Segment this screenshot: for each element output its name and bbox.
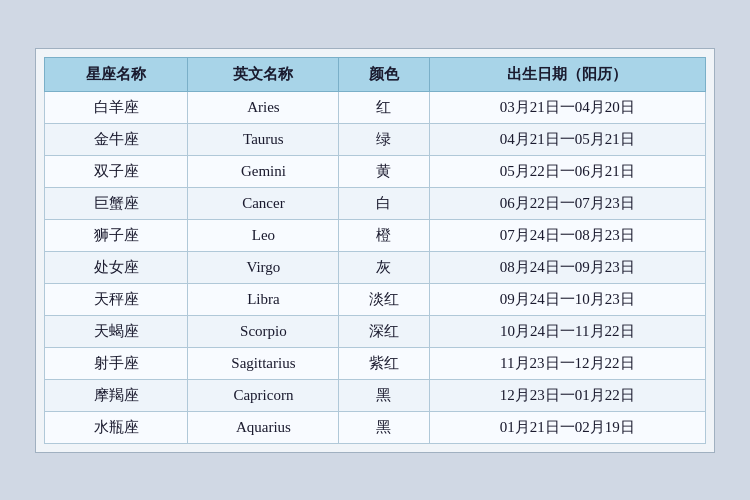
table-cell-9-2: 黑: [339, 379, 429, 411]
table-row: 狮子座Leo橙07月24日一08月23日: [45, 219, 706, 251]
table-row: 射手座Sagittarius紫红11月23日一12月22日: [45, 347, 706, 379]
table-cell-9-1: Capricorn: [188, 379, 339, 411]
table-cell-0-3: 03月21日一04月20日: [429, 91, 705, 123]
table-cell-9-0: 摩羯座: [45, 379, 188, 411]
table-cell-10-0: 水瓶座: [45, 411, 188, 443]
table-cell-8-3: 11月23日一12月22日: [429, 347, 705, 379]
table-cell-2-3: 05月22日一06月21日: [429, 155, 705, 187]
table-cell-6-1: Libra: [188, 283, 339, 315]
table-row: 金牛座Taurus绿04月21日一05月21日: [45, 123, 706, 155]
table-cell-6-2: 淡红: [339, 283, 429, 315]
table-cell-10-1: Aquarius: [188, 411, 339, 443]
table-cell-4-2: 橙: [339, 219, 429, 251]
col-header-birthdate: 出生日期（阳历）: [429, 57, 705, 91]
table-cell-4-0: 狮子座: [45, 219, 188, 251]
table-cell-3-1: Cancer: [188, 187, 339, 219]
table-cell-5-3: 08月24日一09月23日: [429, 251, 705, 283]
table-cell-2-0: 双子座: [45, 155, 188, 187]
table-cell-5-2: 灰: [339, 251, 429, 283]
table-cell-7-0: 天蝎座: [45, 315, 188, 347]
col-header-color: 颜色: [339, 57, 429, 91]
table-cell-0-0: 白羊座: [45, 91, 188, 123]
table-cell-6-3: 09月24日一10月23日: [429, 283, 705, 315]
table-cell-9-3: 12月23日一01月22日: [429, 379, 705, 411]
table-cell-3-2: 白: [339, 187, 429, 219]
table-cell-0-2: 红: [339, 91, 429, 123]
table-cell-3-3: 06月22日一07月23日: [429, 187, 705, 219]
table-row: 水瓶座Aquarius黑01月21日一02月19日: [45, 411, 706, 443]
table-cell-4-3: 07月24日一08月23日: [429, 219, 705, 251]
table-cell-0-1: Aries: [188, 91, 339, 123]
table-cell-8-2: 紫红: [339, 347, 429, 379]
table-cell-7-2: 深红: [339, 315, 429, 347]
table-cell-7-1: Scorpio: [188, 315, 339, 347]
table-header-row: 星座名称 英文名称 颜色 出生日期（阳历）: [45, 57, 706, 91]
table-row: 天蝎座Scorpio深红10月24日一11月22日: [45, 315, 706, 347]
table-row: 巨蟹座Cancer白06月22日一07月23日: [45, 187, 706, 219]
table-row: 天秤座Libra淡红09月24日一10月23日: [45, 283, 706, 315]
table-cell-1-2: 绿: [339, 123, 429, 155]
table-row: 双子座Gemini黄05月22日一06月21日: [45, 155, 706, 187]
table-cell-10-3: 01月21日一02月19日: [429, 411, 705, 443]
table-cell-5-1: Virgo: [188, 251, 339, 283]
table-cell-7-3: 10月24日一11月22日: [429, 315, 705, 347]
table-cell-4-1: Leo: [188, 219, 339, 251]
table-cell-10-2: 黑: [339, 411, 429, 443]
col-header-english-name: 英文名称: [188, 57, 339, 91]
table-cell-6-0: 天秤座: [45, 283, 188, 315]
table-cell-3-0: 巨蟹座: [45, 187, 188, 219]
table-row: 处女座Virgo灰08月24日一09月23日: [45, 251, 706, 283]
table-cell-1-0: 金牛座: [45, 123, 188, 155]
table-cell-1-3: 04月21日一05月21日: [429, 123, 705, 155]
table-cell-5-0: 处女座: [45, 251, 188, 283]
table-cell-2-2: 黄: [339, 155, 429, 187]
table-cell-8-0: 射手座: [45, 347, 188, 379]
table-row: 摩羯座Capricorn黑12月23日一01月22日: [45, 379, 706, 411]
table-row: 白羊座Aries红03月21日一04月20日: [45, 91, 706, 123]
col-header-chinese-name: 星座名称: [45, 57, 188, 91]
table-cell-1-1: Taurus: [188, 123, 339, 155]
zodiac-table-container: 星座名称 英文名称 颜色 出生日期（阳历） 白羊座Aries红03月21日一04…: [35, 48, 715, 453]
table-cell-8-1: Sagittarius: [188, 347, 339, 379]
table-cell-2-1: Gemini: [188, 155, 339, 187]
zodiac-table: 星座名称 英文名称 颜色 出生日期（阳历） 白羊座Aries红03月21日一04…: [44, 57, 706, 444]
